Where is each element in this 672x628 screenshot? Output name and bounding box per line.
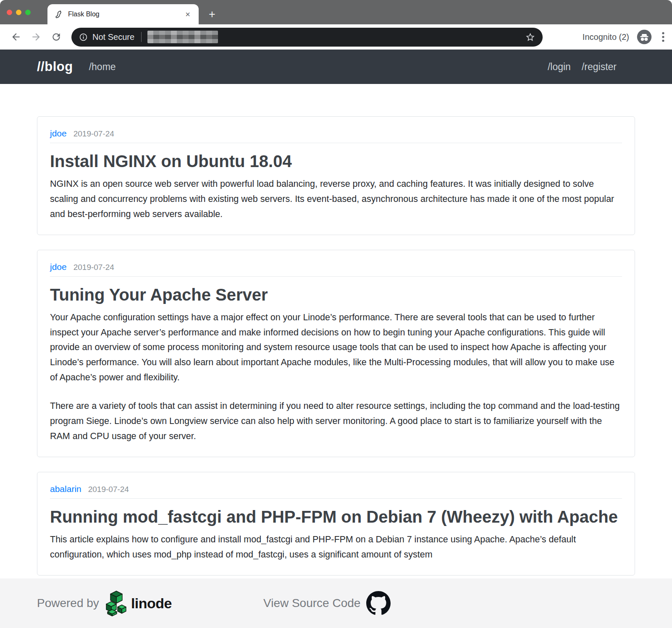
page-footer: Powered by: [0, 578, 672, 628]
address-bar[interactable]: Not Secure: [71, 28, 543, 47]
powered-by-group: Powered by: [37, 590, 172, 616]
security-status-label[interactable]: Not Secure: [92, 32, 134, 42]
zoom-window-button[interactable]: [25, 10, 31, 15]
posts: jdoe 2019-07-24 Install NGINX on Ubuntu …: [0, 84, 672, 578]
tab-close-icon[interactable]: ×: [184, 9, 192, 19]
post-date: 2019-07-24: [74, 263, 114, 272]
navbar-left-links: /home: [89, 61, 116, 73]
browser-window: Flask Blog × + Not Secure: [0, 0, 672, 628]
tab-strip: Flask Blog × +: [0, 0, 672, 24]
linode-logo-icon[interactable]: [105, 590, 128, 616]
browser-menu-icon[interactable]: [662, 31, 664, 42]
nav-link-register[interactable]: /register: [582, 61, 617, 73]
post-body: Your Apache configuration settings have …: [50, 310, 622, 444]
window-controls: [7, 10, 31, 15]
browser-tab[interactable]: Flask Blog ×: [47, 4, 199, 24]
reload-icon[interactable]: [51, 31, 62, 42]
post-author-link[interactable]: abalarin: [50, 484, 81, 494]
post-metadata: jdoe 2019-07-24: [50, 128, 622, 143]
forward-icon[interactable]: [31, 31, 42, 42]
view-source-group: View Source Code: [263, 591, 391, 615]
flask-favicon-icon: [54, 10, 63, 19]
toolbar-right-cluster: Incognito (2): [583, 29, 664, 44]
post-body: This article explains how to configure a…: [50, 532, 622, 563]
post-title[interactable]: Running mod_fastcgi and PHP-FPM on Debia…: [50, 505, 622, 528]
url-separator: [141, 32, 142, 42]
back-icon[interactable]: [10, 31, 21, 42]
info-icon[interactable]: [79, 33, 88, 42]
view-source-label[interactable]: View Source Code: [263, 597, 360, 610]
post-author-link[interactable]: jdoe: [50, 128, 67, 139]
post-metadata: abalarin 2019-07-24: [50, 484, 622, 499]
post-metadata: jdoe 2019-07-24: [50, 262, 622, 277]
post-paragraph: There are a variety of tools that can as…: [50, 399, 622, 444]
post-paragraph: Your Apache configuration settings have …: [50, 310, 622, 385]
site-navbar: //blog /home /login /register: [0, 50, 672, 84]
post-title[interactable]: Install NGINX on Ubuntu 18.04: [50, 150, 622, 173]
navbar-right-links: /login /register: [548, 61, 617, 73]
post-body: NGINX is an open source web server with …: [50, 177, 622, 222]
powered-by-label: Powered by: [37, 597, 99, 610]
post-author-link[interactable]: jdoe: [50, 262, 67, 272]
browser-toolbar: Not Secure Incognito (2): [0, 24, 672, 50]
close-window-button[interactable]: [7, 10, 12, 15]
post-paragraph: NGINX is an open source web server with …: [50, 177, 622, 222]
post-card: abalarin 2019-07-24 Running mod_fastcgi …: [37, 472, 635, 576]
minimize-window-button[interactable]: [16, 10, 21, 15]
bookmark-star-icon[interactable]: [525, 32, 535, 42]
github-icon[interactable]: [366, 591, 391, 615]
post-paragraph: This article explains how to configure a…: [50, 532, 622, 563]
post-card: jdoe 2019-07-24 Install NGINX on Ubuntu …: [37, 116, 635, 235]
nav-link-login[interactable]: /login: [548, 61, 571, 73]
post-date: 2019-07-24: [88, 485, 129, 494]
incognito-count-label: Incognito (2): [583, 32, 629, 42]
post-title[interactable]: Tuning Your Apache Server: [50, 283, 622, 306]
new-tab-button[interactable]: +: [207, 9, 218, 20]
post-card: jdoe 2019-07-24 Tuning Your Apache Serve…: [37, 250, 635, 457]
incognito-icon: [637, 29, 652, 44]
nav-link-home[interactable]: /home: [89, 61, 116, 73]
url-redacted: [147, 31, 218, 43]
post-date: 2019-07-24: [74, 129, 114, 139]
navbar-brand[interactable]: //blog: [37, 59, 73, 74]
tab-title: Flask Blog: [68, 10, 184, 18]
linode-brand-name[interactable]: linode: [131, 595, 172, 612]
